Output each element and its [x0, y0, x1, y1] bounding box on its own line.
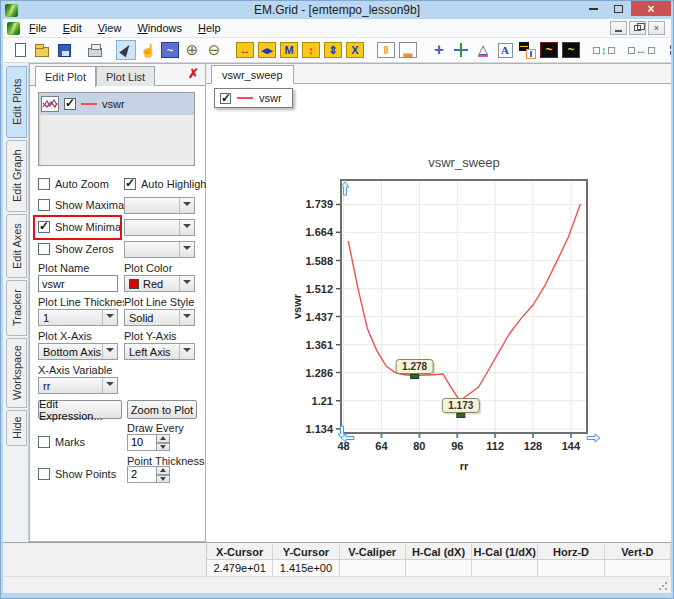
- line-style-dropdown[interactable]: Solid: [124, 309, 195, 326]
- chart-title: vswr_sweep: [428, 155, 500, 170]
- shrink-x-icon[interactable]: ◂▸: [257, 40, 277, 60]
- auto-zoom-checkbox[interactable]: [38, 178, 50, 190]
- show-zeros-label: Show Zeros: [55, 243, 114, 255]
- line-thickness-dropdown[interactable]: 1: [38, 309, 118, 326]
- distribute-vertical-icon[interactable]: ↕: [592, 40, 616, 60]
- new-document-icon[interactable]: [10, 40, 30, 60]
- show-minima-dropdown[interactable]: [124, 219, 195, 236]
- spinner-down-icon[interactable]: [157, 475, 170, 484]
- edit-expression-button[interactable]: Edit Expression...: [38, 400, 122, 419]
- x-tick-label: 96: [451, 440, 463, 452]
- auto-highlight-label: Auto Highlight: [141, 178, 210, 190]
- plot-view-icon[interactable]: ~: [160, 40, 180, 60]
- horizontal-caliper-icon[interactable]: ▂: [398, 40, 418, 60]
- y-tick-label: 1.512: [305, 283, 333, 295]
- vertical-caliper-icon[interactable]: ‖: [376, 40, 396, 60]
- y-tick-label: 1.286: [305, 367, 333, 379]
- eye-diagram-icon[interactable]: ~: [539, 40, 559, 60]
- minimize-button[interactable]: [581, 1, 606, 16]
- marks-checkbox[interactable]: [38, 436, 50, 448]
- edit-plot-panel: Edit Plot Plot List ✗ vswr Auto Zoom Aut…: [29, 63, 206, 542]
- expand-y-icon[interactable]: ↕: [301, 40, 321, 60]
- spinner-down-icon[interactable]: [157, 443, 170, 452]
- tab-edit-plot[interactable]: Edit Plot: [35, 66, 96, 87]
- match-y-icon[interactable]: X: [345, 40, 365, 60]
- tab-workspace[interactable]: Workspace: [6, 338, 27, 408]
- spectrum-plot-icon[interactable]: ~: [561, 40, 581, 60]
- status-header-cell: Vert-D: [605, 544, 671, 560]
- legend-label: vswr: [259, 92, 282, 104]
- inset-plot-icon[interactable]: [517, 40, 537, 60]
- draw-every-spinner[interactable]: 10: [127, 434, 170, 451]
- plot-x-axis-dropdown[interactable]: Bottom Axis: [38, 343, 118, 360]
- text-annotation-icon[interactable]: A: [495, 40, 515, 60]
- mdi-minimize-button[interactable]: [610, 21, 627, 35]
- vswr-sweep-chart[interactable]: 1.1341.211.2861.3611.4371.5121.5881.6641…: [281, 142, 621, 487]
- mdi-restore-button[interactable]: [629, 21, 646, 35]
- plot-name-input[interactable]: [38, 275, 118, 292]
- menu-file[interactable]: File: [22, 20, 54, 36]
- expand-x-icon[interactable]: ↔: [235, 40, 255, 60]
- plot-y-axis-dropdown[interactable]: Left Axis: [124, 343, 195, 360]
- spinner-up-icon[interactable]: [157, 434, 170, 443]
- menu-edit[interactable]: Edit: [56, 20, 89, 36]
- panel-close-icon[interactable]: ✗: [188, 67, 199, 80]
- minima-callout-value: 1.173: [448, 400, 473, 411]
- tab-vswr-sweep[interactable]: vswr_sweep: [211, 65, 294, 84]
- spinner-up-icon[interactable]: [157, 466, 170, 475]
- close-button[interactable]: ×: [631, 1, 671, 16]
- tab-edit-plots[interactable]: Edit Plots: [6, 66, 27, 138]
- distribute-horizontal-icon[interactable]: ↔: [627, 40, 656, 60]
- show-maxima-checkbox[interactable]: [38, 199, 50, 211]
- zoom-in-icon[interactable]: ⊕: [182, 40, 202, 60]
- pointer-tool-icon[interactable]: [116, 40, 136, 60]
- resize-grip-icon[interactable]: [658, 581, 668, 591]
- menu-help[interactable]: Help: [191, 20, 228, 36]
- caliper-triangle-icon[interactable]: △: [473, 40, 493, 60]
- plot-list-item[interactable]: vswr: [39, 93, 194, 115]
- print-icon[interactable]: [85, 40, 105, 60]
- plot-frame: [341, 180, 587, 433]
- tab-edit-axes[interactable]: Edit Axes: [6, 214, 27, 278]
- match-x-icon[interactable]: M: [279, 40, 299, 60]
- plot-name-label: Plot Name: [38, 262, 89, 274]
- window-border-right: [671, 1, 673, 598]
- tab-edit-graph[interactable]: Edit Graph: [6, 140, 27, 212]
- show-maxima-dropdown[interactable]: [124, 197, 195, 214]
- legend-checkbox[interactable]: [220, 93, 231, 104]
- point-thickness-spinner[interactable]: 2: [127, 466, 170, 483]
- shrink-y-icon[interactable]: ⇕: [323, 40, 343, 60]
- zoom-out-icon[interactable]: ⊖: [204, 40, 224, 60]
- tab-hide[interactable]: Hide: [6, 410, 27, 446]
- zoom-to-plot-button[interactable]: Zoom to Plot: [127, 400, 197, 419]
- plot-item-label: vswr: [102, 98, 125, 110]
- show-maxima-row: Show Maxima: [38, 199, 124, 211]
- plot-item-line-sample: [81, 103, 97, 105]
- save-icon[interactable]: [54, 40, 74, 60]
- panel-tab-bar: Edit Plot Plot List ✗: [30, 64, 205, 86]
- open-icon[interactable]: [32, 40, 52, 60]
- show-zeros-dropdown[interactable]: [124, 241, 195, 258]
- maximize-button[interactable]: [606, 1, 631, 16]
- axes-tool-icon[interactable]: [451, 40, 471, 60]
- menu-windows[interactable]: Windows: [130, 20, 189, 36]
- plot-color-dropdown[interactable]: Red: [124, 275, 195, 292]
- x-axis-variable-dropdown[interactable]: rr: [38, 377, 118, 394]
- plot-list-box[interactable]: vswr: [38, 92, 195, 166]
- toolbar: ☝ ~ ⊕ ⊖ ↔ ◂▸ M ↕ ⇕ X ‖ ▂ + △ A ~ ~ ↕ ↔ L…: [3, 38, 671, 63]
- mdi-close-button[interactable]: ×: [648, 21, 665, 35]
- menu-view[interactable]: View: [91, 20, 129, 36]
- cursor-cross-icon[interactable]: +: [429, 40, 449, 60]
- plot-item-checkbox[interactable]: [64, 98, 76, 110]
- show-zeros-row: Show Zeros: [38, 243, 114, 255]
- pan-hand-icon[interactable]: ☝: [138, 40, 158, 60]
- axis-pan-right-icon: [587, 434, 600, 442]
- tab-plot-list[interactable]: Plot List: [96, 66, 155, 86]
- y-tick-label: 1.134: [305, 423, 333, 435]
- show-zeros-checkbox[interactable]: [38, 243, 50, 255]
- tab-tracker[interactable]: Tracker: [6, 280, 27, 336]
- show-points-checkbox[interactable]: [38, 468, 50, 480]
- status-header-cell: Y-Cursor: [273, 544, 339, 560]
- title-bar: EM.Grid - [emtempo_lesson9b] ×: [1, 1, 673, 19]
- auto-highlight-checkbox[interactable]: [124, 178, 136, 190]
